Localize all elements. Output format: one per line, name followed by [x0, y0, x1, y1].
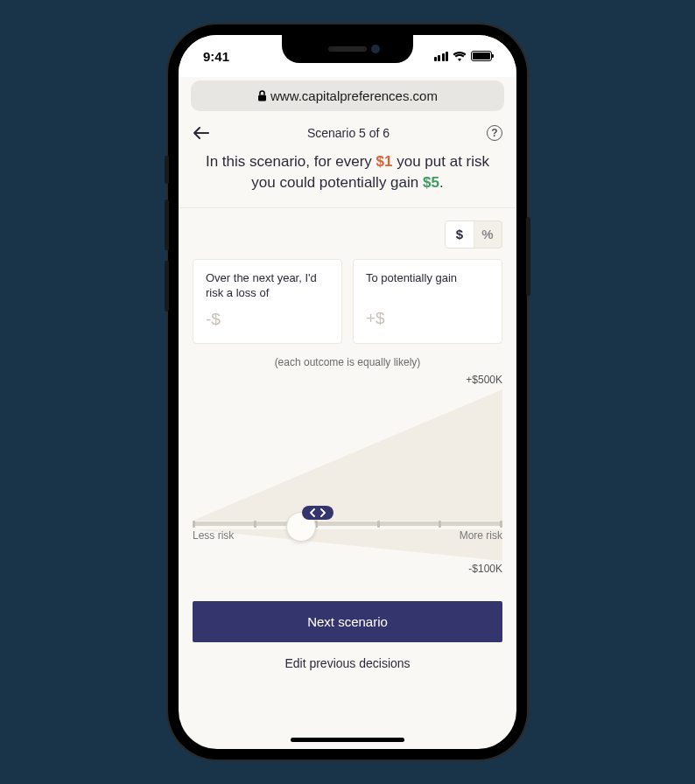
side-button: [526, 217, 530, 296]
url-bar[interactable]: www.capitalpreferences.com: [191, 80, 504, 111]
phone-frame: 9:41 www.capitalpreferences.com: [168, 24, 527, 760]
gain-card[interactable]: To potentially gain +$: [353, 259, 502, 344]
status-time: 9:41: [203, 49, 229, 64]
unit-toggle: $ %: [445, 220, 502, 248]
more-risk-label: More risk: [460, 529, 502, 542]
toggle-percent[interactable]: %: [474, 221, 502, 248]
svg-marker-1: [193, 389, 502, 521]
back-icon[interactable]: [193, 126, 210, 140]
url-text: www.capitalpreferences.com: [270, 88, 438, 103]
lock-icon: [257, 90, 267, 102]
gain-card-label: To potentially gain: [366, 270, 489, 300]
home-indicator[interactable]: [291, 738, 404, 742]
edit-decisions-button[interactable]: Edit previous decisions: [193, 642, 502, 684]
svg-rect-0: [258, 95, 266, 102]
risk-amount: $1: [376, 153, 393, 170]
chevron-right-icon: [319, 508, 326, 517]
toggle-dollar[interactable]: $: [446, 221, 474, 248]
side-button: [165, 261, 169, 312]
gain-card-value: +$: [366, 309, 489, 328]
side-button: [165, 156, 169, 184]
headline: In this scenario, for every $1 you put a…: [193, 151, 502, 207]
slider-track[interactable]: [193, 521, 502, 528]
cellular-icon: [434, 52, 449, 61]
gain-amount: $5: [423, 174, 439, 191]
likelihood-note: (each outcome is equally likely): [193, 349, 502, 372]
gain-max-label: +$500K: [466, 374, 502, 386]
side-button: [165, 200, 169, 250]
chevron-left-icon: [309, 508, 316, 517]
loss-card[interactable]: Over the next year, I'd risk a loss of -…: [193, 259, 342, 344]
notch: [282, 35, 413, 63]
help-icon[interactable]: ?: [487, 125, 502, 141]
screen: 9:41 www.capitalpreferences.com: [179, 35, 516, 749]
wifi-icon: [453, 51, 467, 61]
loss-max-label: -$100K: [468, 563, 502, 575]
loss-card-value: -$: [206, 310, 329, 329]
slider-badge: [302, 506, 333, 520]
status-indicators: [434, 51, 493, 61]
scenario-label: Scenario 5 of 6: [307, 126, 390, 140]
next-scenario-button[interactable]: Next scenario: [193, 601, 502, 642]
risk-chart: +$500K: [193, 374, 502, 575]
battery-icon: [471, 51, 492, 61]
loss-card-label: Over the next year, I'd risk a loss of: [206, 270, 329, 301]
gain-area: [193, 389, 502, 521]
topbar: Scenario 5 of 6 ?: [193, 118, 502, 151]
less-risk-label: Less risk: [193, 529, 234, 542]
